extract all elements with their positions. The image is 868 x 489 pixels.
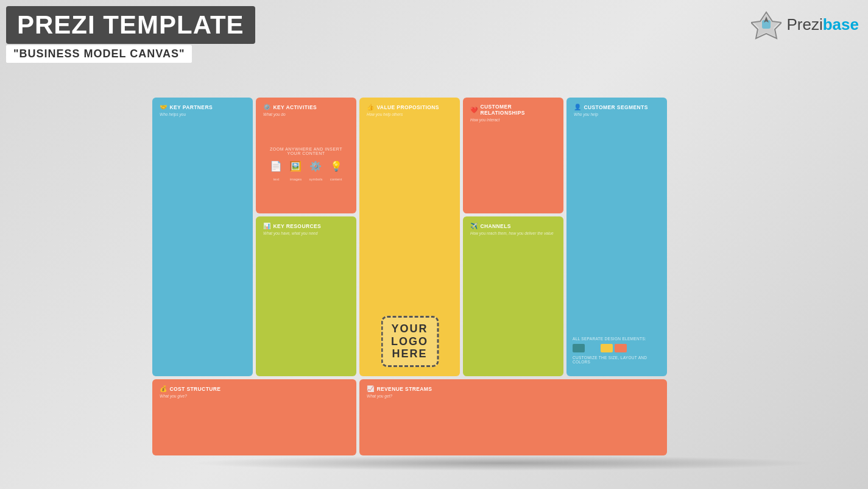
logo-text: Prezibase [786,15,859,34]
key-activities-cell: ⚙️ KEY ACTIVITIES What you do ZOOM ANYWH… [256,98,356,213]
subtitle-box: "BUSINESS MODEL CANVAS" [6,45,192,63]
customer-seg-title: 👤 CUSTOMER SEGMENTS [574,104,660,110]
logo-area: Prezibase [751,9,859,40]
zoom-instructions: ZOOM ANYWHERE AND INSERT YOUR CONTENT 📄 … [263,147,349,183]
channels-icon: ✈️ [470,223,478,229]
key-partners-cell: 🤝 KEY PARTNERS Who helps you [152,98,253,376]
zoom-icon-images: 🖼️ images [289,160,302,183]
text-doc-icon: 📄 [270,160,282,172]
zoom-text: ZOOM ANYWHERE AND INSERT YOUR CONTENT [263,147,349,155]
key-partners-subtitle: Who helps you [160,112,245,116]
value-propositions-cell: 👍 VALUE PROPOSITIONS How you help others… [359,98,460,376]
canvas-area: 🤝 KEY PARTNERS Who helps you ⚙️ KEY ACTI… [152,98,853,455]
cost-structure-cell: 💰 COST STRUCTURE What you give? [152,379,356,455]
customer-rel-icon: ❤️ [470,107,478,113]
zoom-icons-row: 📄 text 🖼️ images ⚙️ symbols 💡 content [263,160,349,183]
customer-rel-subtitle: How you interact [470,118,556,122]
zoom-icon-symbols: ⚙️ symbols [309,160,322,183]
symbols-icon: ⚙️ [309,160,322,172]
key-activities-subtitle: What you do [263,112,349,116]
channels-title: ✈️ CHANNELS [470,223,556,229]
key-partners-icon: 🤝 [160,104,167,110]
swatch-orange [615,344,627,352]
channels-cell: ✈️ CHANNELS How you reach them, how you … [463,216,563,376]
key-activities-title: ⚙️ KEY ACTIVITIES [263,104,349,110]
customer-seg-subtitle: Who you help [574,112,660,116]
channels-subtitle: How you reach them, how you deliver the … [470,231,556,235]
prezibase-logo-icon [751,9,782,40]
value-prop-subtitle: How you help others [367,112,453,116]
svg-rect-2 [762,20,771,29]
value-prop-title: 👍 VALUE PROPOSITIONS [367,104,453,110]
logo-placeholder: YOURLOGOHERE [381,316,439,367]
color-swatches [573,344,661,352]
key-partners-title: 🤝 KEY PARTNERS [160,104,245,110]
zoom-icon-content: 💡 content [330,160,342,183]
customize-label: CUSTOMIZE THE SIZE, LAYOUT AND COLORS [573,355,661,364]
images-icon: 🖼️ [289,160,302,172]
customer-relationships-cell: ❤️ CUSTOMER RELATIONSHIPS How you intera… [463,98,563,213]
cost-title: 💰 COST STRUCTURE [160,385,349,392]
logo-placeholder-text: YOURLOGOHERE [391,323,428,360]
canvas-grid: 🤝 KEY PARTNERS Who helps you ⚙️ KEY ACTI… [152,98,853,455]
customer-rel-title: ❤️ CUSTOMER RELATIONSHIPS [470,104,556,116]
main-title: PREZI TEMPLATE [17,11,244,39]
revenue-subtitle: What you get? [367,394,660,398]
revenue-title: 📈 REVENUE STREAMS [367,385,660,392]
value-prop-icon: 👍 [367,104,374,110]
content-icon: 💡 [330,160,342,172]
key-resources-cell: 📊 KEY RESOURCES What you have, what you … [256,216,356,376]
key-resources-icon: 📊 [263,223,270,229]
canvas-shadow [188,455,818,471]
swatch-teal [573,344,585,352]
design-elements-area: ALL SEPARATE DESIGN ELEMENTS: CUSTOMIZE … [573,337,661,364]
design-elements-label: ALL SEPARATE DESIGN ELEMENTS: [573,337,661,341]
key-activities-icon: ⚙️ [263,104,270,110]
header: PREZI TEMPLATE "BUSINESS MODEL CANVAS" [6,6,255,63]
swatch-yellow [601,344,613,352]
cost-subtitle: What you give? [160,394,349,398]
subtitle: "BUSINESS MODEL CANVAS" [13,48,185,60]
key-resources-subtitle: What you have, what you need [263,231,349,235]
revenue-icon: 📈 [367,385,374,392]
zoom-icon-text: 📄 text [270,160,282,183]
swatch-blue [587,344,599,352]
revenue-streams-cell: 📈 REVENUE STREAMS What you get? [359,379,667,455]
cost-icon: 💰 [160,385,167,392]
key-resources-title: 📊 KEY RESOURCES [263,223,349,229]
customer-seg-icon: 👤 [574,104,581,110]
title-box: PREZI TEMPLATE [6,6,255,44]
customer-segments-cell: 👤 CUSTOMER SEGMENTS Who you help ALL SEP… [566,98,667,376]
